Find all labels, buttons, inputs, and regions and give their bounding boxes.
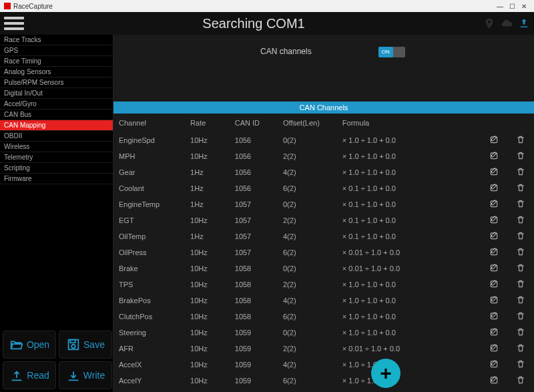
cell-rate: 1Hz — [188, 180, 232, 196]
edit-icon[interactable] — [489, 183, 499, 192]
cell-formula: × 1.0 ÷ 1.0 + 0.0 — [340, 164, 451, 180]
edit-icon[interactable] — [489, 231, 499, 240]
sidebar-item-firmware[interactable]: Firmware — [0, 174, 113, 184]
open-button[interactable]: Open — [3, 331, 56, 359]
delete-icon[interactable] — [516, 231, 525, 240]
sidebar-item-wireless[interactable]: Wireless — [0, 142, 113, 152]
can-channels-toggle[interactable]: ON — [378, 47, 405, 57]
svg-point-20 — [71, 345, 75, 349]
edit-icon[interactable] — [489, 247, 499, 256]
sidebar-item-gps[interactable]: GPS — [0, 45, 113, 56]
col-formula: Formula — [340, 114, 451, 132]
table-row: BrakePos10Hz10584(2)× 1.0 ÷ 1.0 + 0.0 — [113, 292, 534, 309]
delete-icon[interactable] — [516, 295, 525, 305]
write-label: Write — [83, 370, 105, 381]
sidebar-item-accel-gyro[interactable]: Accel/Gyro — [0, 99, 113, 110]
sidebar-item-can-bus[interactable]: CAN Bus — [0, 110, 113, 120]
cell-formula: × 1.0 ÷ 1.0 + 0.0 — [340, 389, 451, 392]
edit-icon[interactable] — [489, 167, 499, 176]
read-button[interactable]: Read — [3, 361, 56, 389]
edit-icon[interactable] — [489, 295, 499, 305]
sidebar-item-scripting[interactable]: Scripting — [0, 163, 113, 174]
cell-channel: Fuel — [113, 389, 188, 392]
cell-channel: TPS — [113, 276, 188, 292]
edit-icon[interactable] — [489, 311, 499, 321]
delete-icon[interactable] — [516, 279, 525, 288]
cell-offset: 0(2) — [280, 389, 340, 392]
edit-icon[interactable] — [489, 215, 499, 224]
cell-formula: × 1.0 ÷ 1.0 + 0.0 — [340, 325, 451, 341]
edit-icon[interactable] — [489, 375, 499, 385]
delete-icon[interactable] — [516, 311, 525, 321]
edit-icon[interactable] — [489, 199, 499, 208]
content: CAN channels ON CAN Channels Channel Rat… — [113, 35, 534, 392]
sidebar-item-can-mapping[interactable]: CAN Mapping — [0, 120, 113, 131]
cell-channel: AFR — [113, 341, 188, 357]
cell-channel: BrakePos — [113, 292, 188, 309]
cell-rate: 1Hz — [188, 196, 232, 212]
cell-formula: × 1.0 ÷ 1.0 + 0.0 — [340, 309, 451, 325]
cell-offset: 4(2) — [280, 357, 340, 373]
cell-rate: 10Hz — [188, 132, 232, 148]
cell-channel: Gear — [113, 164, 188, 180]
cloud-icon[interactable] — [501, 17, 513, 29]
cell-offset: 6(2) — [280, 180, 340, 196]
edit-icon[interactable] — [489, 263, 499, 272]
save-button[interactable]: Save — [59, 331, 112, 359]
add-channel-button[interactable]: + — [371, 359, 400, 388]
delete-icon[interactable] — [516, 151, 525, 160]
cell-formula: × 0.1 ÷ 1.0 + 0.0 — [340, 228, 451, 244]
cell-offset: 4(2) — [280, 228, 340, 244]
cell-formula: × 0.1 ÷ 1.0 + 0.0 — [340, 212, 451, 228]
cell-canid: 1059 — [232, 325, 280, 341]
cell-rate: 1Hz — [188, 228, 232, 244]
cell-formula: × 0.1 ÷ 1.0 + 0.0 — [340, 196, 451, 212]
window-minimize[interactable]: — — [494, 3, 506, 10]
cell-canid: 1059 — [232, 341, 280, 357]
sidebar-item-race-tracks[interactable]: Race Tracks — [0, 35, 113, 45]
sidebar-item-digital-in-out[interactable]: Digital In/Out — [0, 88, 113, 99]
edit-icon[interactable] — [489, 359, 499, 369]
edit-icon[interactable] — [489, 151, 499, 160]
table-row: Coolant1Hz10566(2)× 0.1 ÷ 1.0 + 0.0 — [113, 180, 534, 196]
edit-icon[interactable] — [489, 343, 499, 353]
cell-channel: OilTemp — [113, 228, 188, 244]
menu-icon[interactable] — [4, 17, 24, 30]
window-maximize[interactable]: ☐ — [506, 3, 518, 10]
gps-icon[interactable] — [483, 17, 495, 29]
delete-icon[interactable] — [516, 343, 525, 353]
edit-icon[interactable] — [489, 327, 499, 337]
sidebar-item-telemetry[interactable]: Telemetry — [0, 152, 113, 163]
delete-icon[interactable] — [516, 215, 525, 224]
delete-icon[interactable] — [516, 183, 525, 192]
write-button[interactable]: Write — [59, 361, 112, 389]
delete-icon[interactable] — [516, 247, 525, 256]
save-label: Save — [83, 339, 105, 350]
cell-offset: 2(2) — [280, 148, 340, 164]
sidebar-item-race-timing[interactable]: Race Timing — [0, 56, 113, 67]
cell-canid: 1058 — [232, 292, 280, 309]
cell-rate: 1Hz — [188, 389, 232, 392]
table-header: Channel Rate CAN ID Offset(Len) Formula — [113, 114, 534, 132]
delete-icon[interactable] — [516, 375, 525, 385]
cell-canid: 1057 — [232, 228, 280, 244]
window-titlebar: RaceCapture — ☐ ✕ — [0, 0, 534, 12]
delete-icon[interactable] — [516, 359, 525, 369]
sidebar-item-pulse-rpm-sensors[interactable]: Pulse/RPM Sensors — [0, 77, 113, 88]
cell-offset: 0(2) — [280, 132, 340, 148]
delete-icon[interactable] — [516, 135, 525, 144]
cell-canid: 1057 — [232, 244, 280, 260]
cell-rate: 10Hz — [188, 309, 232, 325]
delete-icon[interactable] — [516, 327, 525, 337]
open-label: Open — [27, 339, 49, 350]
delete-icon[interactable] — [516, 263, 525, 272]
upload-icon[interactable] — [518, 17, 530, 29]
sidebar-item-analog-sensors[interactable]: Analog Sensors — [0, 67, 113, 77]
edit-icon[interactable] — [489, 135, 499, 144]
delete-icon[interactable] — [516, 199, 525, 208]
table-row: EngineSpd10Hz10560(2)× 1.0 ÷ 1.0 + 0.0 — [113, 132, 534, 148]
edit-icon[interactable] — [489, 279, 499, 288]
delete-icon[interactable] — [516, 167, 525, 176]
sidebar-item-obdii[interactable]: OBDII — [0, 131, 113, 142]
window-close[interactable]: ✕ — [518, 3, 530, 10]
